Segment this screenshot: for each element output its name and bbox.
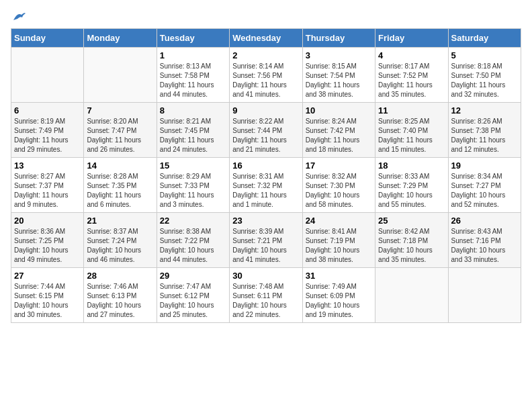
day-info: Sunrise: 8:43 AM Sunset: 7:16 PM Dayligh… bbox=[451, 227, 518, 265]
weekday-header-wednesday: Wednesday bbox=[230, 29, 302, 48]
calendar-cell: 5Sunrise: 8:18 AM Sunset: 7:50 PM Daylig… bbox=[448, 48, 521, 103]
calendar-cell: 4Sunrise: 8:17 AM Sunset: 7:52 PM Daylig… bbox=[375, 48, 448, 103]
day-info: Sunrise: 8:39 AM Sunset: 7:21 PM Dayligh… bbox=[232, 227, 299, 265]
weekday-header-friday: Friday bbox=[375, 29, 448, 48]
day-info: Sunrise: 8:19 AM Sunset: 7:49 PM Dayligh… bbox=[14, 117, 81, 154]
day-number: 3 bbox=[306, 50, 372, 60]
calendar-week-row: 13Sunrise: 8:27 AM Sunset: 7:37 PM Dayli… bbox=[11, 158, 521, 213]
day-number: 23 bbox=[232, 216, 299, 226]
day-number: 6 bbox=[14, 105, 81, 116]
calendar-cell: 18Sunrise: 8:33 AM Sunset: 7:29 PM Dayli… bbox=[375, 158, 448, 213]
weekday-header-thursday: Thursday bbox=[302, 29, 375, 48]
calendar-cell: 11Sunrise: 8:25 AM Sunset: 7:40 PM Dayli… bbox=[375, 103, 448, 158]
calendar-cell: 29Sunrise: 7:47 AM Sunset: 6:12 PM Dayli… bbox=[157, 268, 229, 323]
calendar-cell: 2Sunrise: 8:14 AM Sunset: 7:56 PM Daylig… bbox=[230, 48, 302, 103]
day-info: Sunrise: 8:38 AM Sunset: 7:22 PM Dayligh… bbox=[160, 227, 226, 265]
day-number: 5 bbox=[451, 50, 518, 60]
day-info: Sunrise: 8:25 AM Sunset: 7:40 PM Dayligh… bbox=[378, 117, 445, 154]
day-number: 7 bbox=[87, 105, 153, 116]
day-info: Sunrise: 8:13 AM Sunset: 7:58 PM Dayligh… bbox=[160, 62, 226, 99]
day-info: Sunrise: 8:41 AM Sunset: 7:19 PM Dayligh… bbox=[306, 227, 372, 265]
calendar-cell: 27Sunrise: 7:44 AM Sunset: 6:15 PM Dayli… bbox=[11, 268, 84, 323]
day-number: 19 bbox=[451, 161, 518, 171]
day-number: 28 bbox=[87, 271, 153, 281]
calendar-week-row: 6Sunrise: 8:19 AM Sunset: 7:49 PM Daylig… bbox=[11, 103, 521, 158]
calendar-cell: 25Sunrise: 8:42 AM Sunset: 7:18 PM Dayli… bbox=[375, 213, 448, 268]
day-info: Sunrise: 8:15 AM Sunset: 7:54 PM Dayligh… bbox=[306, 62, 372, 99]
day-info: Sunrise: 7:49 AM Sunset: 6:09 PM Dayligh… bbox=[306, 282, 372, 320]
day-info: Sunrise: 8:21 AM Sunset: 7:45 PM Dayligh… bbox=[160, 117, 226, 154]
calendar-cell: 7Sunrise: 8:20 AM Sunset: 7:47 PM Daylig… bbox=[84, 103, 157, 158]
calendar-cell: 10Sunrise: 8:24 AM Sunset: 7:42 PM Dayli… bbox=[302, 103, 375, 158]
day-number: 31 bbox=[306, 271, 372, 281]
calendar-cell: 6Sunrise: 8:19 AM Sunset: 7:49 PM Daylig… bbox=[11, 103, 84, 158]
day-info: Sunrise: 8:22 AM Sunset: 7:44 PM Dayligh… bbox=[232, 117, 299, 154]
calendar-cell: 15Sunrise: 8:29 AM Sunset: 7:33 PM Dayli… bbox=[157, 158, 229, 213]
day-info: Sunrise: 7:46 AM Sunset: 6:13 PM Dayligh… bbox=[87, 282, 153, 320]
day-info: Sunrise: 8:33 AM Sunset: 7:29 PM Dayligh… bbox=[378, 172, 445, 210]
calendar-cell: 30Sunrise: 7:48 AM Sunset: 6:11 PM Dayli… bbox=[230, 268, 302, 323]
day-number: 26 bbox=[451, 216, 518, 226]
day-number: 30 bbox=[232, 271, 299, 281]
day-info: Sunrise: 7:47 AM Sunset: 6:12 PM Dayligh… bbox=[160, 282, 226, 320]
calendar-cell bbox=[11, 48, 84, 103]
day-number: 25 bbox=[378, 216, 445, 226]
weekday-header-saturday: Saturday bbox=[448, 29, 521, 48]
day-number: 8 bbox=[160, 105, 226, 116]
calendar-week-row: 1Sunrise: 8:13 AM Sunset: 7:58 PM Daylig… bbox=[11, 48, 521, 103]
day-number: 21 bbox=[87, 216, 153, 226]
day-number: 22 bbox=[160, 216, 226, 226]
weekday-header-sunday: Sunday bbox=[11, 29, 84, 48]
day-number: 14 bbox=[87, 161, 153, 171]
day-info: Sunrise: 8:37 AM Sunset: 7:24 PM Dayligh… bbox=[87, 227, 153, 265]
calendar-cell: 28Sunrise: 7:46 AM Sunset: 6:13 PM Dayli… bbox=[84, 268, 157, 323]
day-info: Sunrise: 8:20 AM Sunset: 7:47 PM Dayligh… bbox=[87, 117, 153, 154]
calendar-cell bbox=[448, 268, 521, 323]
calendar-cell: 20Sunrise: 8:36 AM Sunset: 7:25 PM Dayli… bbox=[11, 213, 84, 268]
calendar-cell: 3Sunrise: 8:15 AM Sunset: 7:54 PM Daylig… bbox=[302, 48, 375, 103]
day-number: 9 bbox=[232, 105, 299, 116]
calendar-cell: 19Sunrise: 8:34 AM Sunset: 7:27 PM Dayli… bbox=[448, 158, 521, 213]
calendar-week-row: 20Sunrise: 8:36 AM Sunset: 7:25 PM Dayli… bbox=[11, 213, 521, 268]
day-number: 13 bbox=[14, 161, 81, 171]
day-number: 2 bbox=[232, 50, 299, 60]
day-info: Sunrise: 8:34 AM Sunset: 7:27 PM Dayligh… bbox=[451, 172, 518, 210]
calendar-header-row: SundayMondayTuesdayWednesdayThursdayFrid… bbox=[11, 29, 521, 48]
day-info: Sunrise: 8:42 AM Sunset: 7:18 PM Dayligh… bbox=[378, 227, 445, 265]
day-info: Sunrise: 8:28 AM Sunset: 7:35 PM Dayligh… bbox=[87, 172, 153, 210]
calendar-cell: 9Sunrise: 8:22 AM Sunset: 7:44 PM Daylig… bbox=[230, 103, 302, 158]
calendar-cell: 31Sunrise: 7:49 AM Sunset: 6:09 PM Dayli… bbox=[302, 268, 375, 323]
calendar-cell: 12Sunrise: 8:26 AM Sunset: 7:38 PM Dayli… bbox=[448, 103, 521, 158]
day-number: 12 bbox=[451, 105, 518, 116]
day-info: Sunrise: 8:31 AM Sunset: 7:32 PM Dayligh… bbox=[232, 172, 299, 210]
day-number: 24 bbox=[306, 216, 372, 226]
calendar-cell: 24Sunrise: 8:41 AM Sunset: 7:19 PM Dayli… bbox=[302, 213, 375, 268]
calendar-cell: 8Sunrise: 8:21 AM Sunset: 7:45 PM Daylig… bbox=[157, 103, 229, 158]
calendar-cell: 17Sunrise: 8:32 AM Sunset: 7:30 PM Dayli… bbox=[302, 158, 375, 213]
page-header bbox=[11, 11, 521, 20]
day-number: 4 bbox=[378, 50, 445, 60]
calendar-cell: 13Sunrise: 8:27 AM Sunset: 7:37 PM Dayli… bbox=[11, 158, 84, 213]
day-number: 18 bbox=[378, 161, 445, 171]
day-number: 16 bbox=[232, 161, 299, 171]
calendar-cell: 1Sunrise: 8:13 AM Sunset: 7:58 PM Daylig… bbox=[157, 48, 229, 103]
day-info: Sunrise: 8:32 AM Sunset: 7:30 PM Dayligh… bbox=[306, 172, 372, 210]
day-number: 11 bbox=[378, 105, 445, 116]
day-info: Sunrise: 8:27 AM Sunset: 7:37 PM Dayligh… bbox=[14, 172, 81, 210]
day-info: Sunrise: 7:44 AM Sunset: 6:15 PM Dayligh… bbox=[14, 282, 81, 320]
day-number: 15 bbox=[160, 161, 226, 171]
day-info: Sunrise: 8:29 AM Sunset: 7:33 PM Dayligh… bbox=[160, 172, 226, 210]
calendar-cell: 26Sunrise: 8:43 AM Sunset: 7:16 PM Dayli… bbox=[448, 213, 521, 268]
day-info: Sunrise: 8:17 AM Sunset: 7:52 PM Dayligh… bbox=[378, 62, 445, 99]
calendar-cell bbox=[84, 48, 157, 103]
day-number: 1 bbox=[160, 50, 226, 60]
day-info: Sunrise: 8:24 AM Sunset: 7:42 PM Dayligh… bbox=[306, 117, 372, 154]
logo bbox=[11, 11, 28, 20]
day-info: Sunrise: 7:48 AM Sunset: 6:11 PM Dayligh… bbox=[232, 282, 299, 320]
day-info: Sunrise: 8:14 AM Sunset: 7:56 PM Dayligh… bbox=[232, 62, 299, 99]
day-info: Sunrise: 8:36 AM Sunset: 7:25 PM Dayligh… bbox=[14, 227, 81, 265]
day-number: 27 bbox=[14, 271, 81, 281]
calendar-cell bbox=[375, 268, 448, 323]
calendar-cell: 22Sunrise: 8:38 AM Sunset: 7:22 PM Dayli… bbox=[157, 213, 229, 268]
day-number: 17 bbox=[306, 161, 372, 171]
